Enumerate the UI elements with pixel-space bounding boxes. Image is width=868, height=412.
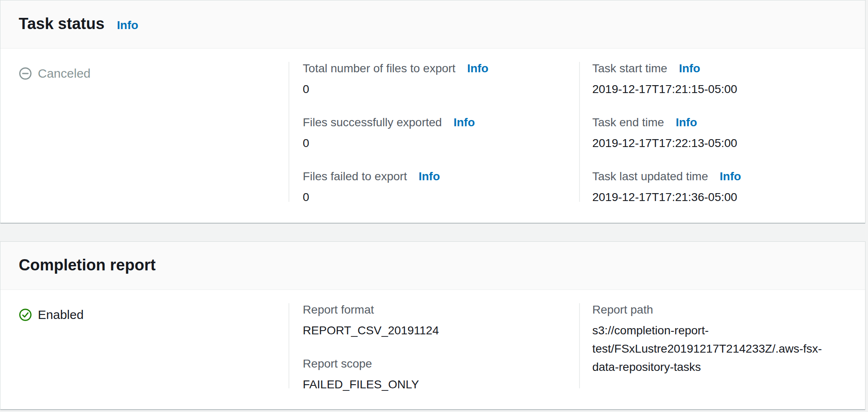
field-value: FAILED_FILES_ONLY bbox=[303, 375, 562, 394]
field-report-scope: Report scope FAILED_FILES_ONLY bbox=[303, 355, 562, 394]
field-label: Task end time bbox=[592, 113, 664, 132]
task-status-header: Task status Info bbox=[0, 0, 865, 49]
info-link[interactable]: Info bbox=[467, 59, 488, 78]
field-label: Task last updated time bbox=[592, 167, 708, 186]
completion-report-body: Enabled Report format REPORT_CSV_2019112… bbox=[0, 290, 865, 409]
field-label: Task start time bbox=[592, 59, 667, 78]
task-status-label: Canceled bbox=[38, 66, 91, 81]
field-files-failed-to-export: Files failed to export Info 0 bbox=[303, 167, 562, 206]
field-total-files-to-export: Total number of files to export Info 0 bbox=[303, 59, 562, 98]
field-value: 2019-12-17T17:22:13-05:00 bbox=[592, 134, 848, 152]
field-task-end-time: Task end time Info 2019-12-17T17:22:13-0… bbox=[592, 113, 848, 152]
minus-circle-icon bbox=[19, 67, 32, 80]
completion-report-indicator: Enabled bbox=[19, 307, 272, 322]
field-report-path: Report path s3://completion-report-test/… bbox=[592, 301, 848, 376]
task-status-status-column: Canceled bbox=[0, 49, 289, 223]
field-label: Files successfully exported bbox=[303, 113, 442, 132]
field-value: 0 bbox=[303, 134, 562, 152]
task-status-files-column: Total number of files to export Info 0 F… bbox=[289, 49, 579, 223]
task-status-title: Task status bbox=[19, 0, 104, 47]
check-circle-icon bbox=[19, 308, 32, 321]
field-value: REPORT_CSV_20191124 bbox=[303, 321, 562, 340]
field-value: 0 bbox=[303, 188, 562, 206]
completion-report-status-label: Enabled bbox=[38, 307, 84, 322]
task-status-card: Task status Info Canceled Total number o… bbox=[0, 0, 866, 223]
field-report-format: Report format REPORT_CSV_20191124 bbox=[303, 301, 562, 340]
info-link[interactable]: Info bbox=[679, 59, 700, 78]
completion-report-card: Completion report Enabled Report format bbox=[0, 241, 866, 410]
task-status-indicator: Canceled bbox=[19, 66, 272, 81]
field-label: Total number of files to export bbox=[303, 59, 455, 78]
field-task-last-updated-time: Task last updated time Info 2019-12-17T1… bbox=[592, 167, 848, 206]
completion-report-status-column: Enabled bbox=[0, 290, 289, 409]
field-label: Report format bbox=[303, 301, 374, 319]
completion-report-title: Completion report bbox=[19, 242, 155, 288]
field-task-start-time: Task start time Info 2019-12-17T17:21:15… bbox=[592, 59, 848, 98]
completion-report-header: Completion report bbox=[0, 242, 865, 290]
task-status-times-column: Task start time Info 2019-12-17T17:21:15… bbox=[579, 49, 865, 223]
page: Task status Info Canceled Total number o… bbox=[0, 0, 868, 412]
completion-report-path-column: Report path s3://completion-report-test/… bbox=[579, 290, 865, 409]
task-status-body: Canceled Total number of files to export… bbox=[0, 49, 865, 223]
completion-report-format-column: Report format REPORT_CSV_20191124 Report… bbox=[289, 290, 579, 409]
field-value: s3://completion-report-test/FSxLustre201… bbox=[592, 321, 842, 376]
field-label: Report path bbox=[592, 301, 653, 319]
info-link[interactable]: Info bbox=[676, 113, 697, 132]
field-value: 2019-12-17T17:21:36-05:00 bbox=[592, 188, 848, 206]
field-value: 2019-12-17T17:21:15-05:00 bbox=[592, 80, 848, 98]
field-label: Files failed to export bbox=[303, 167, 407, 186]
field-label: Report scope bbox=[303, 355, 372, 373]
field-files-successfully-exported: Files successfully exported Info 0 bbox=[303, 113, 562, 152]
task-status-info-link[interactable]: Info bbox=[117, 19, 138, 32]
info-link[interactable]: Info bbox=[419, 167, 440, 186]
info-link[interactable]: Info bbox=[454, 113, 475, 132]
info-link[interactable]: Info bbox=[720, 167, 741, 186]
field-value: 0 bbox=[303, 80, 562, 98]
